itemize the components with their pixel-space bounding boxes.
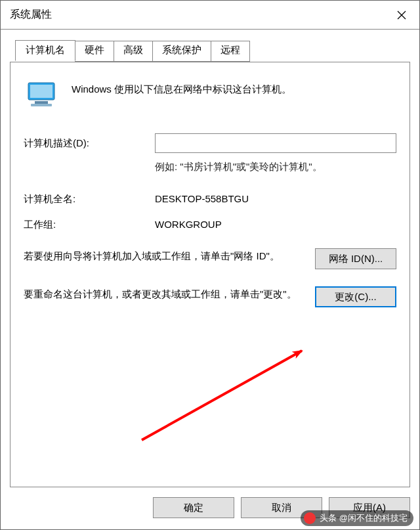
tab-hardware[interactable]: 硬件 [75, 41, 114, 62]
intro-text: Windows 使用以下信息在网络中标识这台计算机。 [72, 79, 291, 96]
ok-button[interactable]: 确定 [153, 497, 234, 518]
change-row: 要重命名这台计算机，或者更改其域或工作组，请单击"更改"。 更改(C)... [24, 286, 396, 307]
close-icon [397, 11, 406, 20]
description-input[interactable] [155, 133, 396, 153]
workgroup-value: WORKGROUP [155, 219, 396, 231]
change-text: 要重命名这台计算机，或者更改其域或工作组，请单击"更改"。 [24, 286, 303, 301]
fullname-value: DESKTOP-558BTGU [155, 193, 396, 206]
titlebar: 系统属性 [1, 1, 419, 30]
watermark-text: 头条 @闲不住的科技宅 [320, 512, 408, 524]
description-label: 计算机描述(D): [24, 137, 155, 150]
fullname-label: 计算机全名: [24, 193, 155, 206]
svg-line-4 [142, 351, 302, 440]
system-properties-window: 系统属性 计算机名 硬件 高级 系统保护 远程 [0, 0, 420, 530]
svg-rect-1 [30, 85, 52, 98]
network-id-text: 若要使用向导将计算机加入域或工作组，请单击"网络 ID"。 [24, 248, 303, 263]
description-hint: 例如: "书房计算机"或"美玲的计算机"。 [155, 157, 396, 173]
workgroup-row: 工作组: WORKGROUP [24, 219, 396, 231]
intro-row: Windows 使用以下信息在网络中标识这台计算机。 [24, 79, 396, 111]
svg-rect-2 [35, 101, 48, 104]
annotation-arrow [135, 342, 319, 447]
workgroup-label: 工作组: [24, 219, 155, 231]
tab-advanced[interactable]: 高级 [114, 41, 153, 62]
tab-system-protection[interactable]: 系统保护 [152, 41, 211, 62]
watermark-avatar-icon [304, 512, 316, 524]
tabstrip: 计算机名 硬件 高级 系统保护 远程 [15, 41, 249, 62]
tab-remote[interactable]: 远程 [211, 41, 250, 62]
network-id-button[interactable]: 网络 ID(N)... [315, 248, 396, 269]
client-area: 计算机名 硬件 高级 系统保护 远程 Windows 使用以下信息在网络中标识这… [1, 30, 419, 529]
window-title: 系统属性 [10, 8, 384, 22]
watermark: 头条 @闲不住的科技宅 [301, 510, 413, 526]
computer-icon [24, 79, 61, 111]
tab-computer-name[interactable]: 计算机名 [15, 40, 75, 61]
tab-pane-computer-name: Windows 使用以下信息在网络中标识这台计算机。 计算机描述(D): 例如:… [10, 62, 410, 487]
description-row: 计算机描述(D): [24, 133, 396, 153]
fullname-row: 计算机全名: DESKTOP-558BTGU [24, 193, 396, 206]
network-id-row: 若要使用向导将计算机加入域或工作组，请单击"网络 ID"。 网络 ID(N)..… [24, 248, 396, 269]
close-button[interactable] [384, 1, 419, 29]
change-button[interactable]: 更改(C)... [315, 286, 396, 307]
svg-rect-3 [31, 104, 52, 106]
